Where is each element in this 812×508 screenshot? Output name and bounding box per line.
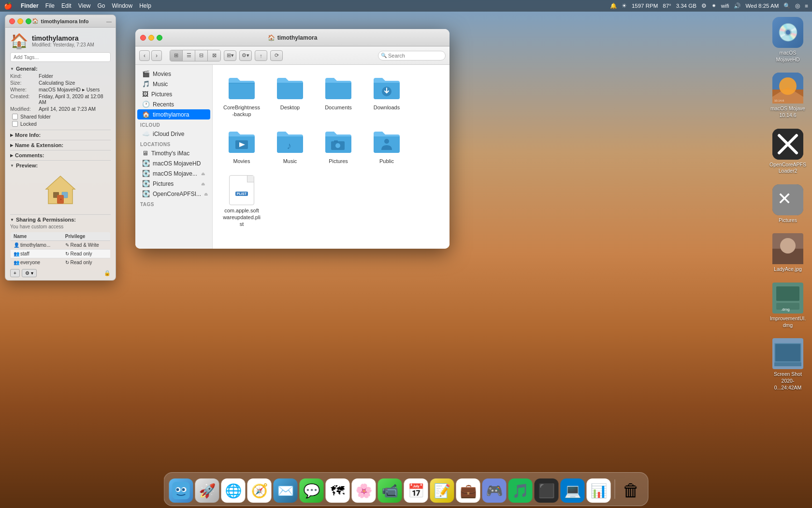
- sidebar-item-timothylamora[interactable]: 🏠 timothylamora: [137, 109, 210, 120]
- desktop-icon-opencore[interactable]: OpenCoreAPFSLoader2: [768, 129, 807, 175]
- go-menu[interactable]: Go: [98, 2, 105, 9]
- apple-menu[interactable]: 🍎: [4, 2, 12, 10]
- shared-folder-row[interactable]: Shared folder: [12, 114, 111, 120]
- view-menu[interactable]: View: [78, 2, 91, 9]
- finder-item-movies[interactable]: Movies: [220, 126, 263, 167]
- tag-button[interactable]: ⟳: [270, 50, 283, 61]
- name-extension-section[interactable]: ▶ Name & Extension:: [10, 142, 111, 148]
- preview-header[interactable]: ▼ Preview:: [10, 163, 111, 168]
- finder-item-documents[interactable]: Documents: [317, 72, 360, 121]
- list-view-button[interactable]: ☰: [183, 50, 195, 61]
- info-titlebar: 🏠 timothylamora Info —: [5, 15, 116, 28]
- maximize-button[interactable]: [26, 18, 31, 24]
- column-view-button[interactable]: ⊟: [195, 50, 208, 61]
- menubar-search[interactable]: 🔍: [783, 2, 790, 9]
- desktop-icon-macos-mojave-hd[interactable]: 💿 macOSMojaveHD: [768, 17, 807, 63]
- desktop-icon-pictures[interactable]: ✕ Pictures: [768, 184, 807, 224]
- finder-content: 🎬 Movies 🎵 Music 🖼 Pictures 🕐 Recents 🏠 …: [135, 65, 450, 249]
- menubar-bluetooth[interactable]: ⁕: [711, 2, 716, 9]
- add-tags-input[interactable]: [10, 52, 111, 62]
- finder-item-desktop[interactable]: Desktop: [268, 72, 312, 121]
- finder-item-corebrightness[interactable]: CoreBrightness-backup: [220, 72, 263, 121]
- desktop-icon-improvement-ui[interactable]: .dmg ImprovementUI.dmg: [768, 283, 807, 329]
- sidebar-item-opencore[interactable]: 💽 OpenCoreAPFSI... ⏏: [137, 189, 210, 199]
- comments-section[interactable]: ▶ Comments:: [10, 152, 111, 158]
- dock-notes-icon[interactable]: 📝: [430, 478, 454, 503]
- finder-item-plist[interactable]: PLIST com.apple.softwareupdated.plist: [220, 172, 263, 231]
- arrange-button[interactable]: ⊞▾: [224, 50, 236, 61]
- add-user-button[interactable]: +: [10, 269, 20, 277]
- file-menu[interactable]: File: [45, 2, 55, 9]
- desktop-icon-screenshot[interactable]: Screen Shot2020-0...24:42AM: [768, 338, 807, 391]
- sidebar-item-movies[interactable]: 🎬 Movies: [137, 69, 210, 79]
- finder-close-button[interactable]: [140, 35, 146, 41]
- action-menu-button[interactable]: ⚙▾: [239, 50, 252, 61]
- finder-item-downloads[interactable]: Downloads: [365, 72, 408, 121]
- menubar-wifi[interactable]: wifi: [721, 3, 729, 9]
- dock-terminal-icon[interactable]: ⬛: [535, 478, 559, 503]
- finder-maximize-button[interactable]: [157, 35, 162, 41]
- dock-slack-icon[interactable]: 💼: [456, 478, 480, 503]
- help-menu[interactable]: Help: [139, 2, 151, 9]
- dock-facetime-icon[interactable]: 📹: [378, 478, 402, 503]
- dock-calendar-icon[interactable]: 📅: [404, 478, 428, 503]
- dock-discord-icon[interactable]: 🎮: [482, 478, 507, 503]
- finder-item-pictures[interactable]: Pictures: [317, 126, 360, 167]
- desktop-icon-macos-mojave[interactable]: 10.14.6 macOS Mojave10.14.6: [768, 73, 807, 119]
- dock-launchpad-icon[interactable]: 🚀: [195, 478, 219, 503]
- desktop-icon-ladyace[interactable]: LadyAce.jpg: [768, 233, 807, 273]
- dock-finder-icon[interactable]: [169, 478, 193, 503]
- sidebar-item-icloud-drive[interactable]: ☁️ iCloud Drive: [137, 129, 210, 139]
- finder-item-public[interactable]: Public: [365, 126, 408, 167]
- dock-maps-icon[interactable]: 🗺: [326, 478, 350, 503]
- dock-activity-icon[interactable]: 📊: [587, 478, 611, 503]
- sidebar-item-pictures-loc[interactable]: 💽 Pictures ⏏: [137, 179, 210, 189]
- sidebar-item-music[interactable]: 🎵 Music: [137, 79, 210, 89]
- sidebar-item-recents[interactable]: 🕐 Recents: [137, 99, 210, 109]
- shared-folder-checkbox[interactable]: [12, 114, 18, 120]
- menubar-brightness[interactable]: ☀: [622, 2, 627, 9]
- search-input[interactable]: [378, 51, 446, 60]
- share-button[interactable]: ↑: [255, 50, 267, 61]
- info-collapse-btn[interactable]: —: [106, 18, 112, 24]
- general-section-header[interactable]: ▼ General:: [10, 66, 111, 72]
- lock-icon[interactable]: 🔒: [104, 270, 111, 276]
- menubar-settings[interactable]: ⚙: [701, 2, 707, 9]
- sharing-section: ▼ Sharing & Permissions: You have custom…: [10, 217, 111, 277]
- menubar-siri[interactable]: ◎: [795, 2, 800, 9]
- locked-checkbox[interactable]: [12, 121, 18, 127]
- dock-mail-icon[interactable]: ✉️: [274, 478, 298, 503]
- sidebar-item-pictures[interactable]: 🖼 Pictures: [137, 89, 210, 99]
- sidebar-item-imac[interactable]: 🖥 Timothy's iMac: [137, 148, 210, 158]
- finder-minimize-button[interactable]: [148, 35, 154, 41]
- perm-staff-privilege[interactable]: ↻ Read only: [62, 250, 111, 258]
- icon-view-button[interactable]: ⊞: [170, 50, 183, 61]
- more-info-section[interactable]: ▶ More Info:: [10, 132, 111, 138]
- window-menu[interactable]: Window: [112, 2, 133, 9]
- dock-chrome-icon[interactable]: 🌐: [221, 478, 246, 503]
- gallery-view-button[interactable]: ⊠: [208, 50, 220, 61]
- finder-item-music[interactable]: ♪ Music: [268, 126, 312, 167]
- sharing-title[interactable]: ▼ Sharing & Permissions:: [10, 217, 111, 223]
- menubar-control-center[interactable]: ≡: [805, 3, 808, 9]
- forward-button[interactable]: ›: [151, 50, 162, 61]
- dock-messages-icon[interactable]: 💬: [300, 478, 324, 503]
- back-button[interactable]: ‹: [139, 50, 150, 61]
- menubar-volume[interactable]: 🔊: [734, 2, 740, 9]
- edit-menu[interactable]: Edit: [61, 2, 72, 9]
- perm-everyone-privilege[interactable]: ↻ Read only: [62, 258, 111, 267]
- perm-owner-privilege[interactable]: ✎ Read & Write: [62, 241, 111, 250]
- dock-photos-icon[interactable]: 🌸: [352, 478, 376, 503]
- finder-menu[interactable]: Finder: [21, 2, 39, 9]
- dock-vscode-icon[interactable]: 💻: [561, 478, 585, 503]
- dock-safari-icon[interactable]: 🧭: [247, 478, 272, 503]
- sidebar-item-mojave-hd[interactable]: 💽 macOS MojaveHD: [137, 158, 210, 168]
- close-button[interactable]: [9, 18, 15, 24]
- dock-spotify-icon[interactable]: 🎵: [508, 478, 533, 503]
- minimize-button[interactable]: [17, 18, 23, 24]
- menubar-notification[interactable]: 🔔: [610, 2, 617, 9]
- perm-gear-button[interactable]: ⚙ ▾: [22, 269, 37, 277]
- locked-row[interactable]: Locked: [12, 121, 111, 127]
- sidebar-item-mojave[interactable]: 💽 macOS Mojave... ⏏: [137, 168, 210, 179]
- dock-trash-icon[interactable]: 🗑: [619, 478, 643, 503]
